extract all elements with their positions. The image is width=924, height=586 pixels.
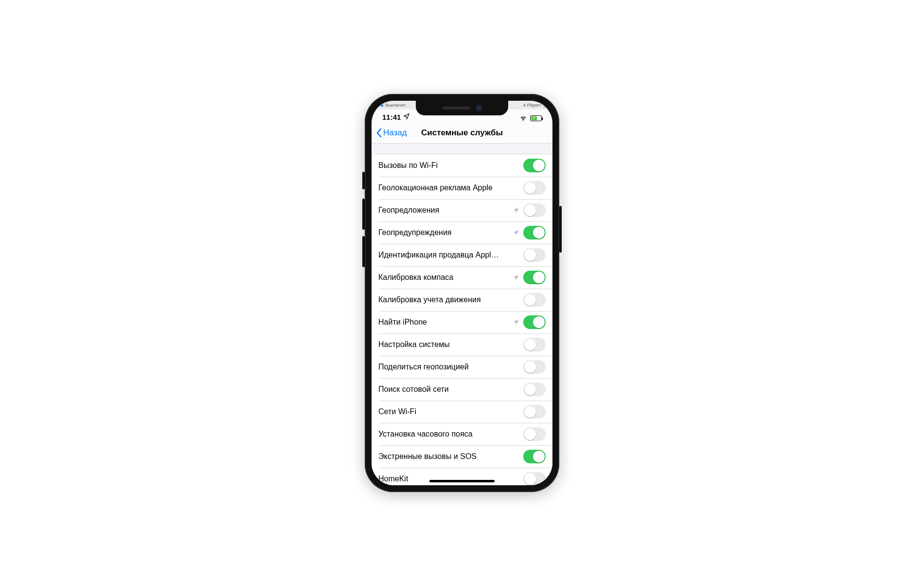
settings-row: Геопредложения xyxy=(372,199,552,221)
group-header-spacer xyxy=(372,144,552,154)
toggle-switch[interactable] xyxy=(523,450,546,463)
settings-row: Калибровка компаса xyxy=(372,266,552,289)
back-button[interactable]: Назад xyxy=(375,122,407,143)
toggle-switch[interactable] xyxy=(523,338,546,351)
settings-row: Идентификация продавца Appl… xyxy=(372,244,552,266)
settings-row: Геопредупреждения xyxy=(372,221,552,244)
nav-bar: Назад Системные службы xyxy=(372,122,552,144)
settings-row: Экстренные вызовы и SOS xyxy=(372,445,552,468)
toggle-knob xyxy=(533,160,545,171)
settings-row: Установка часового пояса xyxy=(372,423,552,445)
toggle-switch[interactable] xyxy=(523,315,546,329)
battery-icon: ⚡ xyxy=(530,115,542,121)
chevron-left-icon xyxy=(375,128,382,138)
row-label: Калибровка компаса xyxy=(378,273,513,282)
wifi-icon xyxy=(519,115,527,121)
toggle-knob xyxy=(524,473,536,485)
settings-row: Найти iPhone xyxy=(372,311,552,333)
row-label: Сети Wi-Fi xyxy=(378,407,523,416)
row-label: Идентификация продавца Appl… xyxy=(378,251,523,259)
location-usage-icon xyxy=(513,274,519,281)
toggle-knob xyxy=(533,227,545,238)
toggle-knob xyxy=(524,294,536,306)
toggle-knob xyxy=(524,428,536,440)
toggle-switch[interactable] xyxy=(523,181,546,195)
row-label: Геопредупреждения xyxy=(378,228,513,237)
settings-row: Калибровка учета движения xyxy=(372,289,552,311)
page-title: Системные службы xyxy=(421,128,503,138)
settings-row: Поиск сотовой сети xyxy=(372,378,552,401)
home-indicator[interactable] xyxy=(429,480,495,482)
phone-frame: ◉ Выключит… e Player» 11:41 xyxy=(365,94,559,492)
status-time: 11:41 xyxy=(382,113,401,121)
toggle-switch[interactable] xyxy=(523,203,546,217)
location-arrow-icon xyxy=(403,113,410,121)
power-button xyxy=(559,206,562,253)
toggle-knob xyxy=(524,406,536,418)
toggle-switch[interactable] xyxy=(523,248,546,262)
toggle-switch[interactable] xyxy=(523,360,546,374)
toggle-switch[interactable] xyxy=(523,383,546,396)
toggle-knob xyxy=(524,361,536,373)
toggle-switch[interactable] xyxy=(523,405,546,419)
mute-switch xyxy=(362,172,365,189)
settings-row: Настройка системы xyxy=(372,333,552,356)
settings-row: HomeKit xyxy=(372,468,552,485)
location-usage-icon xyxy=(513,207,519,214)
settings-list[interactable]: Вызовы по Wi-FiГеолокационная реклама Ap… xyxy=(372,144,552,485)
toggle-knob xyxy=(524,384,536,395)
toggle-switch[interactable] xyxy=(523,427,546,441)
settings-row: Вызовы по Wi-Fi xyxy=(372,154,552,177)
row-label: Геопредложения xyxy=(378,206,513,215)
toggle-switch[interactable] xyxy=(523,472,546,485)
front-camera xyxy=(477,106,481,110)
location-usage-icon xyxy=(513,229,519,236)
settings-row: Сети Wi-Fi xyxy=(372,401,552,423)
screen: ◉ Выключит… e Player» 11:41 xyxy=(372,101,552,485)
row-label: Установка часового пояса xyxy=(378,430,523,439)
row-label: Поиск сотовой сети xyxy=(378,385,523,394)
back-label: Назад xyxy=(383,128,407,138)
toggle-switch[interactable] xyxy=(523,159,546,172)
settings-row: Поделиться геопозицией xyxy=(372,356,552,378)
volume-up-button xyxy=(362,199,365,230)
row-label: Найти iPhone xyxy=(378,318,513,327)
toggle-knob xyxy=(533,451,545,462)
toggle-knob xyxy=(524,339,536,350)
toggle-knob xyxy=(533,272,545,283)
location-usage-icon xyxy=(513,319,519,326)
row-label: Поделиться геопозицией xyxy=(378,363,523,371)
row-label: Вызовы по Wi-Fi xyxy=(378,161,523,170)
volume-down-button xyxy=(362,236,365,267)
speaker-grille xyxy=(443,107,470,110)
row-label: Экстренные вызовы и SOS xyxy=(378,452,523,461)
row-label: Настройка системы xyxy=(378,340,523,349)
toggle-switch[interactable] xyxy=(523,293,546,307)
notch xyxy=(416,101,508,115)
settings-row: Геолокационная реклама Apple xyxy=(372,177,552,199)
row-label: Геолокационная реклама Apple xyxy=(378,183,523,192)
toggle-switch[interactable] xyxy=(523,226,546,239)
toggle-knob xyxy=(524,204,536,216)
toggle-knob xyxy=(524,182,536,194)
row-label: Калибровка учета движения xyxy=(378,295,523,304)
toggle-switch[interactable] xyxy=(523,271,546,284)
toggle-knob xyxy=(524,249,536,261)
toggle-knob xyxy=(533,316,545,328)
